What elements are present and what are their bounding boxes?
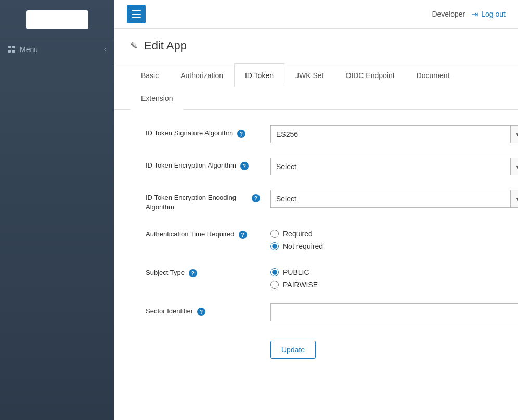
tabs-container: Basic Authorization ID Token JWK Set OID…	[114, 63, 518, 110]
page-title-bar: ✎ Edit App	[114, 29, 518, 63]
logout-icon: ⇥	[471, 9, 478, 19]
form-row-sector-identifier: Sector Identifier ?	[146, 303, 502, 321]
form-label-empty	[146, 336, 260, 339]
logout-link[interactable]: ⇥ Log out	[471, 9, 506, 19]
auth-time-help-icon[interactable]: ?	[239, 231, 247, 239]
user-label: Developer	[432, 10, 465, 18]
tab-jwk-set[interactable]: JWK Set	[284, 63, 334, 87]
sidebar-menu-bar: Menu ‹	[0, 40, 114, 59]
form-body: ID Token Signature Algorithm ? ES256 ▼ I…	[114, 110, 518, 389]
sidebar-logo	[26, 10, 88, 29]
header-right: Developer ⇥ Log out	[432, 9, 506, 19]
page-title: Edit App	[144, 39, 187, 53]
sidebar: Menu ‹	[0, 0, 114, 420]
form-row-subject-type: Subject Type ? PUBLIC PAIRWISE	[146, 265, 502, 289]
form-label-subject-type: Subject Type ?	[146, 265, 260, 277]
form-control-auth-time: Required Not required	[270, 226, 502, 250]
encryption-algorithm-arrow: ▼	[510, 158, 518, 175]
auth-time-required-label: Required	[283, 230, 313, 238]
encoding-algorithm-arrow: ▼	[510, 190, 518, 207]
sector-identifier-label: Sector Identifier	[146, 307, 193, 316]
auth-time-required-option[interactable]: Required	[270, 230, 502, 238]
subject-public-option[interactable]: PUBLIC	[270, 268, 502, 276]
auth-time-not-required-option[interactable]: Not required	[270, 242, 502, 250]
auth-time-not-required-label: Not required	[283, 242, 323, 250]
form-control-sector-identifier	[270, 303, 518, 321]
form-label-signature: ID Token Signature Algorithm ?	[146, 125, 260, 138]
tab-id-token[interactable]: ID Token	[234, 63, 284, 87]
subject-type-help-icon[interactable]: ?	[189, 269, 197, 277]
encryption-help-icon[interactable]: ?	[240, 162, 249, 170]
collapse-icon[interactable]: ‹	[104, 46, 106, 53]
subject-type-label: Subject Type	[146, 268, 185, 277]
page-content: ✎ Edit App Basic Authorization ID Token …	[114, 29, 518, 420]
hamburger-button[interactable]	[127, 5, 146, 23]
auth-time-radio-group: Required Not required	[270, 226, 502, 250]
encryption-algorithm-select[interactable]: Select ▼	[270, 158, 518, 175]
topbar: Developer ⇥ Log out	[114, 0, 518, 29]
subject-pairwise-radio[interactable]	[270, 281, 279, 289]
form-control-signature: ES256 ▼	[270, 125, 518, 143]
menu-label: Menu	[20, 45, 38, 54]
tab-authorization[interactable]: Authorization	[170, 63, 234, 87]
form-row-auth-time: Authentication Time Required ? Required …	[146, 226, 502, 250]
signature-algorithm-select[interactable]: ES256 ▼	[270, 125, 518, 143]
update-button[interactable]: Update	[270, 341, 316, 359]
form-control-encryption: Select ▼	[270, 158, 518, 175]
auth-time-not-required-radio[interactable]	[270, 242, 279, 250]
tab-extension[interactable]: Extension	[130, 86, 184, 110]
form-label-encryption: ID Token Encryption Algorithm ?	[146, 158, 260, 170]
form-row-encryption: ID Token Encryption Algorithm ? Select ▼	[146, 158, 502, 175]
signature-help-icon[interactable]: ?	[237, 130, 245, 138]
subject-public-radio[interactable]	[270, 268, 279, 276]
subject-public-label: PUBLIC	[283, 268, 309, 276]
subject-type-radio-group: PUBLIC PAIRWISE	[270, 265, 502, 289]
sector-identifier-input[interactable]	[270, 303, 518, 321]
form-label-encoding: ID Token Encryption Encoding Algorithm ?	[146, 190, 260, 212]
form-label-sector-identifier: Sector Identifier ?	[146, 303, 260, 316]
subject-pairwise-label: PAIRWISE	[283, 281, 318, 289]
form-row-update: Update	[146, 336, 502, 359]
signature-label: ID Token Signature Algorithm	[146, 129, 233, 138]
encoding-label: ID Token Encryption Encoding Algorithm	[146, 193, 248, 212]
auth-time-required-radio[interactable]	[270, 230, 279, 238]
tab-document[interactable]: Document	[406, 63, 461, 87]
sector-identifier-help-icon[interactable]: ?	[197, 308, 205, 316]
encoding-help-icon[interactable]: ?	[252, 194, 260, 202]
logout-label: Log out	[481, 10, 506, 18]
auth-time-label: Authentication Time Required	[146, 230, 235, 239]
signature-algorithm-arrow: ▼	[510, 126, 518, 143]
encryption-algorithm-value: Select	[271, 162, 510, 171]
form-row-signature: ID Token Signature Algorithm ? ES256 ▼	[146, 125, 502, 143]
encoding-algorithm-select[interactable]: Select ▼	[270, 190, 518, 208]
form-control-subject-type: PUBLIC PAIRWISE	[270, 265, 502, 289]
encoding-algorithm-value: Select	[271, 195, 510, 203]
menu-icon	[8, 46, 16, 53]
tab-basic[interactable]: Basic	[130, 63, 170, 87]
form-label-auth-time: Authentication Time Required ?	[146, 226, 260, 239]
main-area: Developer ⇥ Log out ✎ Edit App Basic Aut…	[114, 0, 518, 420]
signature-algorithm-value: ES256	[271, 130, 510, 138]
form-control-update: Update	[270, 336, 502, 359]
form-row-encoding: ID Token Encryption Encoding Algorithm ?…	[146, 190, 502, 212]
subject-pairwise-option[interactable]: PAIRWISE	[270, 281, 502, 289]
edit-icon: ✎	[130, 40, 138, 52]
tab-oidc-endpoint[interactable]: OIDC Endpoint	[334, 63, 405, 87]
form-control-encoding: Select ▼	[270, 190, 518, 208]
sidebar-menu-label: Menu	[8, 45, 38, 54]
encryption-label: ID Token Encryption Algorithm	[146, 161, 236, 170]
